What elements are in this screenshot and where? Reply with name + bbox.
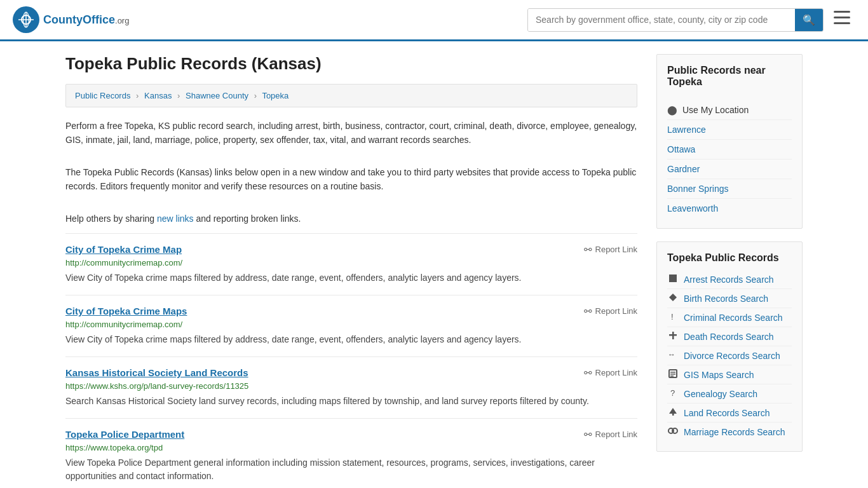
record-description: View City of Topeka crime maps filtered …	[65, 333, 637, 346]
svg-text:↔: ↔	[668, 350, 675, 359]
record-url: https://www.kshs.org/p/land-survey-recor…	[65, 381, 637, 391]
page-title: Topeka Public Records (Kansas)	[65, 54, 637, 74]
record-link-label: Divorce Records Search	[684, 351, 780, 361]
record-title[interactable]: City of Topeka Crime Map	[65, 244, 182, 255]
hamburger-button[interactable]	[829, 8, 855, 31]
record-item: City of Topeka Crime Maps ⚯ Report Link …	[65, 295, 637, 356]
use-location-link[interactable]: ⬤ Use My Location	[667, 100, 792, 120]
sidebar-record-link[interactable]: ↔ Divorce Records Search	[667, 346, 792, 365]
report-icon: ⚯	[584, 244, 592, 255]
nearby-cities-list: LawrenceOttawaGardnerBonner SpringsLeave…	[667, 120, 792, 218]
report-link-label: Report Link	[595, 306, 637, 316]
records-box: Topeka Public Records Arrest Records Sea…	[656, 241, 803, 452]
report-icon: ⚯	[584, 429, 592, 440]
description-para3: Help others by sharing new links and rep…	[65, 212, 637, 226]
record-title[interactable]: City of Topeka Crime Maps	[65, 306, 187, 316]
report-link-label: Report Link	[595, 245, 637, 254]
logo-icon	[13, 6, 39, 33]
record-url: http://communitycrimemap.com/	[65, 320, 637, 329]
record-link-label: Birth Records Search	[684, 294, 768, 304]
report-link-button[interactable]: ⚯ Report Link	[584, 244, 637, 255]
record-description: Search Kansas Historical Society land su…	[65, 395, 637, 408]
report-icon: ⚯	[584, 367, 592, 379]
sidebar-record-link[interactable]: Death Records Search	[667, 327, 792, 346]
svg-marker-19	[669, 408, 677, 414]
breadcrumb-kansas[interactable]: Kansas	[144, 91, 172, 100]
record-description: View City of Topeka crime maps filtered …	[65, 271, 637, 285]
record-link-label: Genealogy Search	[684, 389, 757, 399]
record-type-icon	[667, 369, 679, 380]
nearby-city-link[interactable]: Ottawa	[667, 140, 792, 159]
records-sidebar-title: Topeka Public Records	[667, 252, 792, 264]
sidebar-record-link[interactable]: Marriage Records Search	[667, 423, 792, 441]
nearby-city-link[interactable]: Lawrence	[667, 120, 792, 140]
record-title[interactable]: Kansas Historical Society Land Records	[65, 367, 248, 378]
record-type-icon: ?	[667, 388, 679, 399]
record-type-icon: ↔	[667, 350, 679, 361]
location-dot-icon: ⬤	[667, 105, 677, 115]
sidebar-record-link[interactable]: ! Criminal Records Search	[667, 308, 792, 327]
record-description: View Topeka Police Department general in…	[65, 456, 637, 483]
description-para1: Perform a free Topeka, KS public record …	[65, 119, 637, 147]
report-link-label: Report Link	[595, 430, 637, 439]
report-link-label: Report Link	[595, 368, 637, 377]
record-item: Kansas Historical Society Land Records ⚯…	[65, 356, 637, 418]
record-link-label: Arrest Records Search	[684, 274, 774, 285]
search-button[interactable]: 🔍	[795, 9, 823, 31]
record-item: Topeka Police Department ⚯ Report Link h…	[65, 418, 637, 488]
svg-rect-6	[834, 17, 850, 18]
record-type-icon	[667, 274, 679, 285]
new-links-link[interactable]: new links	[157, 214, 194, 224]
report-link-button[interactable]: ⚯ Report Link	[584, 306, 637, 317]
report-link-button[interactable]: ⚯ Report Link	[584, 367, 637, 379]
use-location-label: Use My Location	[682, 105, 749, 115]
description-para2: The Topeka Public Records (Kansas) links…	[65, 165, 637, 194]
nearby-city-label: Gardner	[667, 164, 700, 174]
breadcrumb: Public Records › Kansas › Shawnee County…	[65, 84, 637, 107]
report-link-button[interactable]: ⚯ Report Link	[584, 429, 637, 440]
sidebar-record-link[interactable]: GIS Maps Search	[667, 365, 792, 384]
record-link-label: GIS Maps Search	[684, 370, 754, 380]
record-link-label: Death Records Search	[684, 332, 774, 342]
record-type-icon	[667, 426, 679, 437]
nearby-city-label: Leavenworth	[667, 203, 718, 214]
svg-rect-15	[670, 372, 675, 373]
record-title[interactable]: Topeka Police Department	[65, 429, 184, 440]
svg-rect-7	[834, 22, 850, 24]
nearby-city-label: Bonner Springs	[667, 184, 729, 194]
record-type-icon: !	[667, 312, 679, 323]
nearby-city-link[interactable]: Leavenworth	[667, 199, 792, 218]
nearby-city-label: Lawrence	[667, 125, 706, 135]
report-icon: ⚯	[584, 306, 592, 317]
record-link-label: Land Records Search	[684, 408, 770, 418]
breadcrumb-topeka[interactable]: Topeka	[262, 91, 288, 100]
svg-rect-5	[834, 11, 850, 13]
search-area: 🔍	[527, 8, 855, 32]
sidebar-record-link[interactable]: Land Records Search	[667, 403, 792, 423]
nearby-title: Public Records near Topeka	[667, 65, 792, 92]
record-links-list: Arrest Records Search Birth Records Sear…	[667, 270, 792, 441]
main-container: Topeka Public Records (Kansas) Public Re…	[53, 41, 815, 488]
record-type-icon	[667, 293, 679, 304]
breadcrumb-shawnee-county[interactable]: Shawnee County	[186, 91, 248, 100]
search-box: 🔍	[527, 8, 824, 32]
svg-rect-12	[669, 334, 677, 336]
records-list: City of Topeka Crime Map ⚯ Report Link h…	[65, 233, 637, 488]
sidebar-record-link[interactable]: Birth Records Search	[667, 289, 792, 308]
logo-area: CountyOffice.org	[13, 6, 129, 33]
header: CountyOffice.org 🔍	[0, 0, 868, 41]
nearby-city-link[interactable]: Gardner	[667, 159, 792, 179]
nearby-city-link[interactable]: Bonner Springs	[667, 179, 792, 199]
sidebar-record-link[interactable]: ? Genealogy Search	[667, 384, 792, 403]
content-area: Topeka Public Records (Kansas) Public Re…	[65, 54, 637, 488]
svg-text:?: ?	[670, 388, 675, 397]
record-link-label: Marriage Records Search	[684, 427, 785, 437]
search-input[interactable]	[528, 9, 795, 31]
record-item: City of Topeka Crime Map ⚯ Report Link h…	[65, 233, 637, 295]
svg-rect-8	[669, 274, 677, 282]
breadcrumb-public-records[interactable]: Public Records	[75, 91, 130, 100]
nearby-city-label: Ottawa	[667, 144, 695, 154]
svg-text:!: !	[671, 312, 674, 321]
sidebar-record-link[interactable]: Arrest Records Search	[667, 270, 792, 289]
svg-marker-9	[669, 294, 677, 301]
